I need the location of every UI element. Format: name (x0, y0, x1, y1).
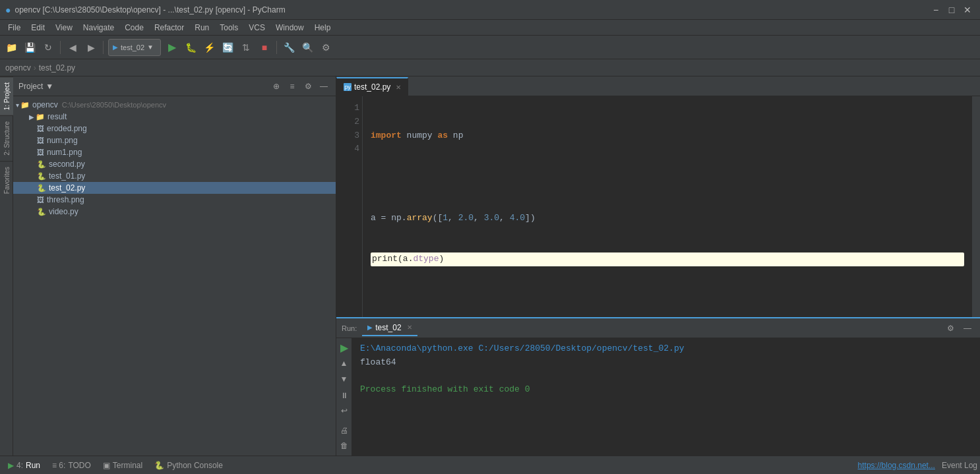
soft-wrap-button[interactable]: ↩ (337, 404, 352, 418)
back-button[interactable]: ◀ (64, 39, 81, 56)
breadcrumb-file[interactable]: test_02.py (39, 63, 75, 73)
breadcrumb: opencv › test_02.py (0, 59, 980, 76)
scroll-down-button[interactable]: ▼ (337, 372, 352, 386)
menu-refactor[interactable]: Refactor (149, 22, 189, 34)
var-np2: np. (391, 212, 406, 225)
menu-view[interactable]: View (50, 22, 78, 34)
py-icon: 🐍 (37, 160, 46, 169)
save-button[interactable]: 💾 (21, 39, 38, 56)
breadcrumb-opencv[interactable]: opencv (5, 63, 31, 73)
tree-item-result[interactable]: ▶ 📁 result (13, 111, 336, 123)
output-path-text: E:\Anaconda\python.exe C:/Users/28050/De… (360, 343, 684, 353)
sync-button[interactable]: ↻ (40, 39, 57, 56)
menu-tools[interactable]: Tools (214, 22, 243, 34)
run-settings-button[interactable]: ⚙ (943, 321, 958, 336)
sidebar-tab-structure[interactable]: 2: Structure (0, 115, 13, 161)
run-config-arrow: ▼ (147, 44, 154, 51)
add-content-button[interactable]: ⊕ (270, 80, 283, 93)
editor-tab-test02[interactable]: py test_02.py ✕ (336, 77, 408, 96)
forward-button[interactable]: ▶ (82, 39, 100, 56)
op-equals: = (381, 212, 392, 225)
bottom-tab-terminal[interactable]: ▣ Terminal (98, 459, 148, 472)
eroded-label: eroded.png (47, 124, 87, 133)
run-config-label: test_02 (121, 44, 144, 51)
video-label: video.py (49, 207, 78, 216)
menu-run[interactable]: Run (189, 22, 214, 34)
menu-navigate[interactable]: Navigate (78, 22, 119, 34)
menu-edit[interactable]: Edit (26, 22, 50, 34)
result-label: result (47, 112, 67, 121)
code-line-1: import numpy as np (371, 129, 964, 143)
build-button[interactable]: 🔧 (280, 39, 297, 56)
project-label: Project (18, 82, 43, 91)
rerun-button[interactable]: ▶ (337, 341, 352, 355)
concurrency-button[interactable]: ⇅ (237, 39, 255, 56)
tab-close-button[interactable]: ✕ (396, 84, 401, 91)
scroll-up-button[interactable]: ▲ (337, 356, 352, 370)
pause-button[interactable]: ⏸ (337, 388, 352, 402)
run-tab-test02[interactable]: ▶ test_02 ✕ (362, 320, 417, 336)
run-left-strip: ▶ ▲ ▼ ⏸ ↩ 🖨 🗑 (336, 338, 352, 456)
maximize-button[interactable]: □ (944, 3, 959, 17)
tree-item-thresh[interactable]: 🖼 thresh.png (13, 194, 336, 206)
bottom-tab-python-console[interactable]: 🐍 Python Console (149, 459, 228, 472)
bottom-tabs: ▶ 4: Run ≡ 6: TODO ▣ Terminal 🐍 Python C… (0, 456, 980, 474)
menu-vcs[interactable]: VCS (243, 22, 270, 34)
image-icon-3: 🖼 (37, 148, 44, 156)
tree-item-test01[interactable]: 🐍 test_01.py (13, 170, 336, 182)
tree-item-second[interactable]: 🐍 second.py (13, 158, 336, 170)
menu-help[interactable]: Help (309, 22, 336, 34)
collapse-all-button[interactable]: ≡ (286, 80, 299, 93)
menu-file[interactable]: File (3, 22, 26, 34)
sidebar-tab-favorites[interactable]: Favorites (0, 161, 13, 199)
code-container: 1 2 3 4 import numpy as np a = (336, 96, 980, 317)
close-button[interactable]: ✕ (960, 3, 975, 17)
sidebar-tab-project[interactable]: 1: Project (0, 76, 13, 115)
tree-item-eroded[interactable]: 🖼 eroded.png (13, 123, 336, 134)
python-console-text: Python Console (167, 461, 223, 470)
minimize-button[interactable]: − (929, 3, 943, 17)
clear-button[interactable]: 🗑 (337, 439, 352, 453)
run-button[interactable]: ▶ (164, 39, 181, 56)
tree-item-num[interactable]: 🖼 num.png (13, 134, 336, 146)
stop-button[interactable]: ■ (256, 39, 273, 56)
editor-tabs: py test_02.py ✕ (336, 76, 980, 96)
print-button[interactable]: 🖨 (337, 423, 352, 437)
csdn-link[interactable]: https://blog.csdn.net... (858, 461, 935, 470)
tree-root[interactable]: ▾ 📁 opencv C:\Users\28050\Desktop\opencv (13, 99, 336, 111)
code-line-4: print ( a. dtype ) (371, 252, 964, 266)
py-icon-2: 🐍 (37, 172, 46, 181)
num-3: 3.0 (484, 212, 499, 225)
kw-import: import (371, 129, 402, 143)
run-config-dropdown[interactable]: ▶ test_02 ▼ (108, 39, 161, 56)
punc-3: , (499, 212, 510, 225)
code-content[interactable]: import numpy as np a = np. array ([ 1 , (363, 96, 972, 317)
debug-bug-button[interactable]: 🐛 (182, 39, 199, 56)
var-np: np (448, 129, 463, 143)
output-path-line: E:\Anaconda\python.exe C:/Users/28050/De… (360, 342, 972, 356)
left-sidebar-tabs: 1: Project 2: Structure Favorites (0, 76, 13, 456)
hide-button[interactable]: — (317, 80, 330, 93)
profile-button[interactable]: 🔄 (219, 39, 236, 56)
event-log-label[interactable]: Event Log (942, 461, 977, 470)
menu-window[interactable]: Window (270, 22, 309, 34)
run-tab-close[interactable]: ✕ (407, 324, 412, 331)
tree-item-test02[interactable]: 🐍 test_02.py (13, 182, 336, 194)
git-button[interactable]: ⚙ (317, 39, 334, 56)
run-hide-button[interactable]: — (960, 321, 975, 336)
open-folder-button[interactable]: 📁 (3, 39, 20, 56)
var-a2: a. (403, 252, 413, 266)
menu-code[interactable]: Code (119, 22, 149, 34)
settings-button[interactable]: ⚙ (301, 80, 315, 93)
bottom-tab-todo[interactable]: ≡ 6: TODO (47, 459, 96, 472)
num-2: 2.0 (458, 212, 474, 225)
tree-item-video[interactable]: 🐍 video.py (13, 206, 336, 218)
search-button[interactable]: 🔍 (299, 39, 316, 56)
thresh-label: thresh.png (47, 195, 84, 204)
tree-item-num1[interactable]: 🖼 num1.png (13, 146, 336, 158)
bottom-tab-run[interactable]: ▶ 4: Run (3, 459, 46, 472)
toolbar: 📁 💾 ↻ ◀ ▶ ▶ test_02 ▼ ▶ 🐛 ⚡ 🔄 ⇅ ■ 🔧 🔍 ⚙ (0, 36, 980, 59)
punc-1: , (448, 212, 458, 225)
coverage-button[interactable]: ⚡ (200, 39, 218, 56)
run-main: ▶ ▲ ▼ ⏸ ↩ 🖨 🗑 E:\Anaconda\python.exe C:/… (336, 338, 980, 456)
